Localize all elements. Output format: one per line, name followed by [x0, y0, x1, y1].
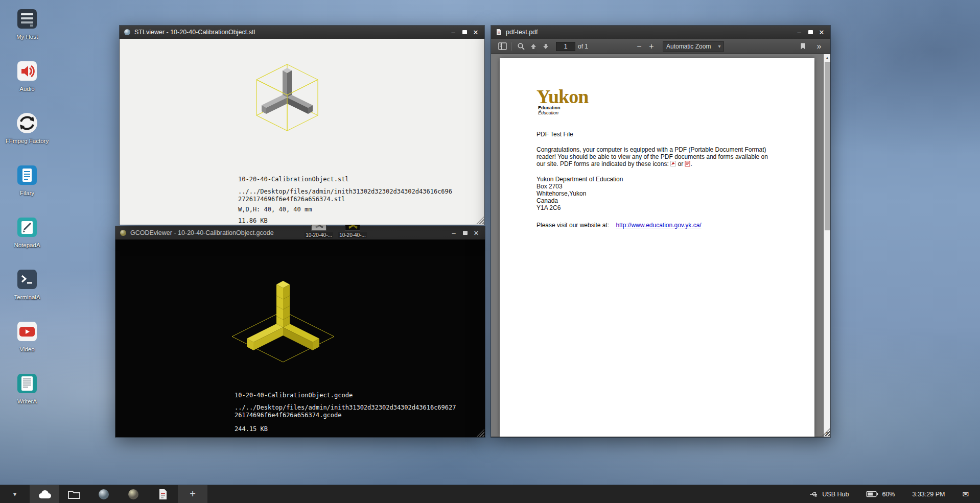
pdf-address-block: Yukon Department of Education Box 2703 W… — [536, 176, 789, 211]
stl-file-name: 10-20-40-CalibrationObject.stl — [238, 176, 452, 183]
stl-file-path-line1: ../../Desktop/files/admin/inith31302d323… — [238, 188, 452, 196]
stl-file-path-line2: 2726174696f6e4f626a656374.stl — [238, 196, 452, 203]
taskbar-gcodeviewer-button[interactable] — [119, 485, 148, 503]
stl-dimensions: W,D,H: 40, 40, 40 mm — [238, 206, 452, 213]
video-icon — [15, 320, 39, 343]
gcode-3d-render — [217, 265, 349, 382]
clock-label[interactable]: 3:33:29 PM — [912, 491, 945, 498]
desktop-icon-label: WriterA — [17, 398, 37, 405]
search-button[interactable] — [515, 40, 527, 53]
window-title: pdf-test.pdf — [506, 29, 538, 36]
taskbar-desktop-button[interactable] — [30, 485, 59, 503]
desktop-icon-ffmpeg-factory[interactable]: FFmpeg Factory — [5, 111, 49, 156]
ffmpeg-factory-icon — [15, 111, 39, 135]
acrobat-pdf-icon — [670, 161, 676, 166]
resize-grip[interactable] — [477, 429, 484, 437]
logo-subtext-education-fr: Éducation — [538, 110, 789, 115]
yukon-logo: Yukon Education Éducation — [536, 88, 789, 115]
pdf-page: Yukon Education Éducation PDF Test File … — [500, 58, 814, 437]
filary-icon — [15, 163, 39, 187]
minimize-button[interactable]: – — [794, 27, 805, 37]
stl-app-sphere-icon — [98, 489, 109, 500]
desktop-icon-terminala[interactable]: TerminalA — [5, 268, 49, 313]
pdf-website-line: Please visit our website at: http://www.… — [536, 222, 789, 229]
audio-icon — [15, 59, 39, 83]
desktop-icon-audio[interactable]: Audio — [5, 59, 49, 104]
usb-label: USB Hub — [822, 491, 849, 498]
gcode-window-titlebar[interactable]: GCODEviewer - 10-20-40-CalibrationObject… — [115, 226, 485, 239]
battery-status[interactable]: 60% — [866, 491, 895, 498]
next-page-button[interactable] — [540, 40, 552, 53]
maximize-icon — [463, 231, 468, 235]
taskbar: ▾ + USB Hub 60% 3:33:29 PM ✉ — [0, 485, 980, 503]
writera-icon — [15, 372, 39, 395]
website-link[interactable]: http://www.education.gov.yk.ca/ — [616, 222, 701, 229]
taskbar-stlviewer-button[interactable] — [89, 485, 119, 503]
more-tools-button[interactable]: » — [813, 40, 825, 53]
previous-page-button[interactable] — [527, 40, 540, 53]
bookmark-button[interactable] — [797, 40, 809, 53]
cloud-icon — [37, 489, 52, 500]
pdf-content-area[interactable]: Yukon Education Éducation PDF Test File … — [491, 54, 830, 437]
desktop-icon-column: My Host Audio FFmpeg Factory Filary Note… — [5, 7, 49, 417]
desktop-icon-label: Video — [19, 346, 34, 353]
address-line: Yukon Department of Education — [536, 176, 789, 183]
taskbar-files-button[interactable] — [59, 485, 89, 503]
stl-viewport[interactable]: 10-20-40-CalibrationObject.stl ../../Des… — [120, 39, 484, 225]
desktop-icon-writera[interactable]: WriterA — [5, 372, 49, 417]
close-button[interactable]: ✕ — [816, 27, 827, 37]
maximize-icon — [462, 30, 467, 34]
pdf-document-heading: PDF Test File — [536, 131, 789, 138]
window-title: STLviewer - 10-20-40-CalibrationObject.s… — [134, 29, 255, 36]
usb-status[interactable]: USB Hub — [809, 491, 849, 498]
maximize-button[interactable] — [459, 27, 470, 37]
pdf-window-titlebar[interactable]: pdf-test.pdf – ✕ — [491, 26, 830, 39]
zoom-out-button[interactable]: − — [633, 40, 645, 53]
taskbar-pdfviewer-button[interactable] — [148, 485, 178, 503]
notepada-icon — [15, 215, 39, 239]
stl-3d-render — [236, 53, 338, 148]
stl-file-size: 11.86 KB — [238, 217, 452, 225]
resize-grip[interactable] — [476, 217, 484, 224]
desktop-icon-filary[interactable]: Filary — [5, 163, 49, 208]
scroll-up-arrow[interactable]: ▲ — [824, 54, 830, 61]
minimize-button[interactable]: – — [448, 27, 459, 37]
pdf-document-paragraph: Congratulations, your computer is equipp… — [536, 146, 773, 167]
gcode-app-icon — [120, 229, 127, 236]
page-number-input[interactable] — [556, 42, 575, 51]
gcode-file-path-line1: ../../Desktop/files/admin/inith31302d323… — [235, 404, 456, 412]
terminala-icon — [15, 268, 39, 291]
taskbar-collapse-button[interactable]: ▾ — [0, 485, 30, 503]
desktop-file-label: 10-20-40-... — [305, 232, 333, 238]
maximize-button[interactable] — [805, 27, 816, 37]
pdf-app-icon — [495, 29, 502, 36]
gcode-file-info: 10-20-40-CalibrationObject.gcode ../../D… — [235, 392, 456, 433]
scrollbar[interactable]: ▲ ▼ — [824, 54, 830, 437]
envelope-icon[interactable]: ✉ — [962, 490, 969, 499]
pdf-toolbar: of 1 − + Automatic Zoom ▾ » — [491, 39, 830, 54]
pdf-form-icon — [685, 161, 690, 166]
taskbar-new-button[interactable]: + — [178, 485, 207, 503]
address-line: Whitehorse,Yukon — [536, 190, 789, 197]
zoom-level-dropdown[interactable]: Automatic Zoom ▾ — [663, 41, 724, 52]
desktop-icon-label: NotepadA — [14, 242, 40, 249]
close-button[interactable]: ✕ — [470, 27, 481, 37]
stl-viewer-window: STLviewer - 10-20-40-CalibrationObject.s… — [120, 26, 484, 225]
maximize-icon — [808, 30, 813, 34]
gcode-viewport[interactable]: 10-20-40-CalibrationObject.gcode ../../D… — [115, 239, 485, 437]
toggle-sidebar-button[interactable] — [496, 40, 508, 53]
paragraph-or: or — [678, 160, 685, 167]
desktop-icon-video[interactable]: Video — [5, 320, 49, 365]
desktop-icon-notepada[interactable]: NotepadA — [5, 215, 49, 260]
stl-window-titlebar[interactable]: STLviewer - 10-20-40-CalibrationObject.s… — [120, 26, 484, 39]
minimize-button[interactable]: – — [448, 228, 459, 238]
toolbar-divider — [511, 42, 512, 51]
gcode-file-path-line2: 26174696f6e4f626a656374.gcode — [235, 412, 456, 419]
maximize-button[interactable] — [459, 228, 471, 238]
zoom-in-button[interactable]: + — [645, 40, 658, 53]
desktop-icon-my-host[interactable]: My Host — [5, 7, 49, 52]
close-button[interactable]: ✕ — [471, 228, 482, 238]
window-title: GCODEviewer - 10-20-40-CalibrationObject… — [130, 229, 274, 236]
scrollbar-thumb[interactable] — [825, 62, 830, 230]
desktop-icon-label: Filary — [20, 190, 34, 197]
